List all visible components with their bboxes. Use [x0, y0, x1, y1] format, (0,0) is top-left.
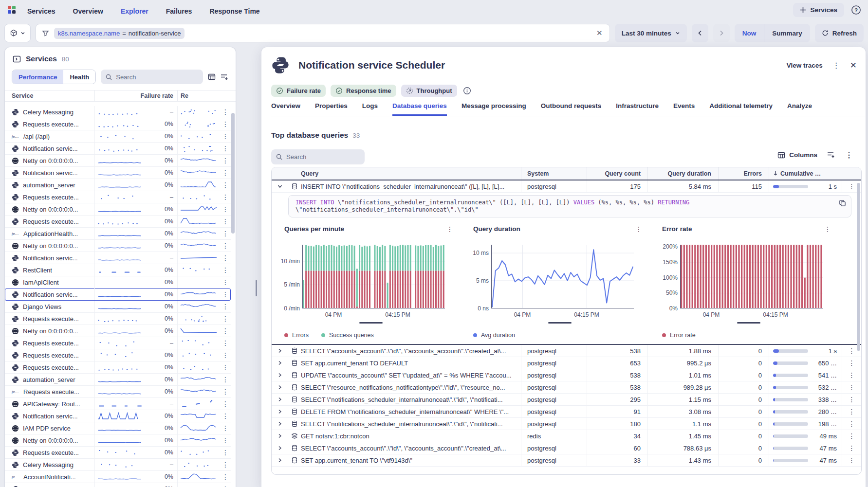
- expand-chevron-icon[interactable]: [272, 183, 288, 189]
- columns-button[interactable]: Columns: [777, 151, 817, 159]
- row-menu-icon[interactable]: ⋮: [219, 424, 231, 432]
- service-row-notification-servic[interactable]: Notification servic... 0% ⋮: [5, 143, 231, 155]
- service-row-requests-execute[interactable]: Requests execute... 0% ⋮: [5, 313, 231, 325]
- tab-logs[interactable]: Logs: [362, 102, 378, 116]
- tab-infrastructure[interactable]: Infrastructure: [616, 102, 659, 116]
- tab-additional-telemetry[interactable]: Additional telemetry: [709, 102, 773, 116]
- row-menu-icon[interactable]: ⋮: [849, 456, 855, 464]
- service-row-notification-servic[interactable]: Notification servic... 0% ⋮: [5, 410, 231, 422]
- query-row-0[interactable]: SELECT \"accounts_account\".\"id\", \"ac…: [272, 345, 861, 357]
- time-range-dropdown[interactable]: Last 30 minutes: [615, 24, 687, 42]
- expand-chevron-icon[interactable]: [272, 409, 288, 415]
- sort-settings-icon[interactable]: [827, 151, 835, 159]
- service-row-requests-execute[interactable]: Requests execute... – ⋮: [5, 191, 231, 203]
- query-row-5[interactable]: DELETE FROM \"notifications_scheduler_in…: [272, 406, 861, 418]
- row-menu-icon[interactable]: ⋮: [219, 303, 231, 310]
- badge-throughput[interactable]: Throughput: [401, 85, 457, 97]
- row-menu-icon[interactable]: ⋮: [849, 182, 855, 190]
- service-row-apigateway-rout[interactable]: APIGateway: Rout... – ⋮: [5, 398, 231, 410]
- nav-item-overview[interactable]: Overview: [73, 4, 103, 15]
- nav-item-services[interactable]: Services: [27, 4, 55, 15]
- query-row-3[interactable]: SELECT \"resource_notifications_notifica…: [272, 381, 861, 394]
- row-menu-icon[interactable]: ⋮: [219, 144, 231, 152]
- row-menu-icon[interactable]: ⋮: [849, 371, 855, 379]
- time-back-button[interactable]: [692, 24, 708, 42]
- table-view-icon[interactable]: [208, 73, 216, 81]
- service-row-netty-on-0-0-0-0-0[interactable]: Netty on 0:0:0:0:0... 0% ⋮: [5, 434, 231, 447]
- queries-search-input[interactable]: Search: [271, 149, 365, 164]
- service-row-requests-execute[interactable]: Requests execute... 0% ⋮: [5, 361, 231, 374]
- expand-chevron-icon[interactable]: [272, 433, 288, 439]
- sort-settings-icon[interactable]: [221, 73, 229, 81]
- query-row-8[interactable]: SELECT \"accounts_account\".\"id\", \"ac…: [272, 442, 861, 454]
- row-menu-icon[interactable]: ⋮: [219, 400, 231, 408]
- row-menu-icon[interactable]: ⋮: [219, 388, 231, 396]
- time-forward-button[interactable]: [713, 24, 730, 42]
- service-row-netty-on-0-0-0-0-0[interactable]: Netty on 0:0:0:0:0... 0% ⋮: [5, 325, 231, 337]
- tab-properties[interactable]: Properties: [315, 102, 348, 116]
- close-icon[interactable]: ✕: [850, 60, 857, 71]
- row-menu-icon[interactable]: ⋮: [219, 485, 231, 487]
- zoom-indicator[interactable]: [548, 322, 572, 324]
- query-row-9[interactable]: SET app.current_tenant TO \"vtf9143d\" p…: [272, 454, 861, 467]
- service-row-applicationhealth[interactable]: jetty//ApplicationHealth... 0% ⋮: [5, 228, 231, 240]
- service-row-requests-execute[interactable]: jetty//Requests execute... 0% ⋮: [5, 386, 231, 398]
- row-menu-icon[interactable]: ⋮: [219, 230, 231, 237]
- row-menu-icon[interactable]: ⋮: [219, 339, 231, 347]
- badge-failure-rate[interactable]: Failure rate: [271, 85, 326, 97]
- copy-icon[interactable]: [839, 199, 846, 207]
- service-row-requests-execute[interactable]: Requests execute... 0% ⋮: [5, 216, 231, 228]
- row-menu-icon[interactable]: ⋮: [219, 412, 231, 420]
- row-menu-icon[interactable]: ⋮: [219, 120, 231, 128]
- row-menu-icon[interactable]: ⋮: [219, 351, 231, 359]
- badge-response-time[interactable]: Response time: [331, 85, 396, 97]
- row-menu-icon[interactable]: ⋮: [219, 266, 231, 274]
- row-menu-icon[interactable]: ⋮: [849, 359, 855, 367]
- tab-events[interactable]: Events: [673, 102, 695, 116]
- nav-item-failures[interactable]: Failures: [166, 4, 192, 15]
- service-row-netty-on-0-0-0-0-0[interactable]: Netty on 0:0:0:0:0... 0% ⋮: [5, 203, 231, 216]
- row-menu-icon[interactable]: ⋮: [219, 108, 231, 116]
- expand-chevron-icon[interactable]: [272, 348, 288, 354]
- service-row-accountnotificati[interactable]: jetty//AccountNotificati... 0% ⋮: [5, 471, 231, 483]
- row-menu-icon[interactable]: ⋮: [219, 157, 231, 164]
- service-row-django-views[interactable]: Django Views 0% ⋮: [5, 301, 231, 313]
- row-menu-icon[interactable]: ⋮: [219, 193, 231, 201]
- row-menu-icon[interactable]: ⋮: [849, 347, 855, 355]
- nav-item-explorer[interactable]: Explorer: [121, 4, 148, 15]
- help-icon[interactable]: ?: [851, 5, 861, 15]
- row-menu-icon[interactable]: ⋮: [849, 396, 855, 403]
- row-menu-icon[interactable]: ⋮: [219, 461, 231, 469]
- queries-scrollbar[interactable]: [857, 183, 860, 351]
- service-row-notification-servic[interactable]: Notification servic... 0% ⋮: [5, 167, 231, 179]
- service-row-iamapiclient[interactable]: IamApiClient 0% ⋮: [5, 276, 231, 289]
- service-row-notification-servic[interactable]: Notification servic... 0% ⋮: [5, 289, 231, 301]
- sidebar-tab-performance[interactable]: Performance: [12, 70, 63, 84]
- service-row-notification-servic[interactable]: Notification servic... – ⋮: [5, 252, 231, 264]
- zoom-indicator[interactable]: [359, 322, 383, 324]
- row-menu-icon[interactable]: ⋮: [219, 473, 231, 481]
- service-row-automation-server[interactable]: automation_server 0% ⋮: [5, 179, 231, 191]
- scope-dropdown[interactable]: [4, 24, 31, 42]
- row-menu-icon[interactable]: ⋮: [219, 181, 231, 189]
- row-menu-icon[interactable]: ⋮: [219, 217, 231, 225]
- service-row-requests-execute[interactable]: Requests execute... 0% ⋮: [5, 483, 231, 487]
- expand-chevron-icon[interactable]: [272, 384, 288, 390]
- row-menu-icon[interactable]: ⋮: [849, 432, 855, 440]
- row-menu-icon[interactable]: ⋮: [219, 254, 231, 262]
- expand-chevron-icon[interactable]: [272, 360, 288, 366]
- service-row-requests-execute[interactable]: Requests execute... 0% ⋮: [5, 349, 231, 361]
- row-menu-icon[interactable]: ⋮: [219, 169, 231, 177]
- expand-chevron-icon[interactable]: [272, 445, 288, 451]
- query-row-2[interactable]: UPDATE \"accounts_account\" SET \"update…: [272, 369, 861, 381]
- row-menu-icon[interactable]: ⋮: [219, 315, 231, 323]
- row-menu-icon[interactable]: ⋮: [849, 408, 855, 415]
- tab-outbound-requests[interactable]: Outbound requests: [541, 102, 602, 116]
- sidebar-search-input[interactable]: Search: [101, 70, 203, 84]
- panel-menu-icon[interactable]: ⋮: [832, 61, 840, 70]
- query-row-1[interactable]: SET app.current_tenant TO DEFAULT postgr…: [272, 357, 861, 369]
- query-row-6[interactable]: SELECT \"notifications_scheduler_interna…: [272, 418, 861, 430]
- service-row-celery-messaging[interactable]: Celery Messaging – ⋮: [5, 459, 231, 471]
- query-row-7[interactable]: GET notsrv:1:cbr:notcon redis 34 1.45 ms…: [272, 430, 861, 442]
- tab-database-queries[interactable]: Database queries: [392, 102, 447, 116]
